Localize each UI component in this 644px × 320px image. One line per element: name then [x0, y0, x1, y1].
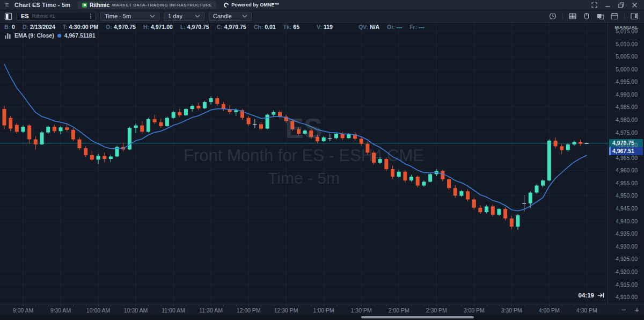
time-minor-tick — [499, 304, 500, 306]
time-tick-label: 2:30 PM — [419, 307, 453, 314]
range-dropdown[interactable]: 1 day — [164, 12, 204, 21]
time-minor-tick — [336, 304, 337, 306]
time-minor-tick — [424, 304, 425, 306]
time-minor-tick — [123, 304, 124, 306]
time-minor-tick — [549, 304, 550, 306]
time-minor-tick — [587, 304, 587, 306]
indicator-legend[interactable]: EMA (9: Close) 4,967.51181 — [4, 32, 96, 39]
price-tick-label: 4,965.00 — [616, 154, 638, 162]
time-tick-label: 9:00 AM — [6, 307, 40, 314]
time-minor-tick — [562, 304, 562, 306]
right-panel-icon[interactable] — [630, 12, 639, 20]
replay-icon[interactable] — [548, 12, 557, 20]
time-minor-tick — [186, 304, 186, 306]
time-tick-label: 1:30 PM — [344, 307, 378, 314]
go-to-latest-button[interactable]: 04:19 — [579, 292, 604, 299]
time-minor-tick — [361, 304, 362, 306]
interval-value: Time - 5m — [105, 13, 131, 19]
close-icon[interactable] — [632, 2, 638, 8]
time-tick-label: 4:00 PM — [532, 307, 566, 314]
calendar-icon[interactable] — [610, 12, 619, 20]
time-tick-label: 3:00 PM — [457, 307, 491, 314]
time-axis[interactable]: − + 9:00 AM9:30 AM10:00 AM10:30 AM11:00 … — [0, 304, 644, 315]
time-tick-label: 10:00 AM — [81, 307, 115, 314]
quote-field: T:4:30:00 PM — [63, 24, 99, 30]
interval-dropdown[interactable]: Time - 5m — [100, 12, 159, 21]
price-tick-label: 4,915.00 — [616, 281, 638, 288]
panel-toggle-icon[interactable] — [4, 12, 12, 20]
price-tick-label: 4,945.00 — [616, 205, 638, 212]
chart-canvas[interactable] — [0, 23, 608, 304]
zoom-out-button[interactable]: − — [620, 305, 628, 314]
quote-field: Oi:--- — [387, 24, 402, 30]
time-minor-tick — [374, 304, 375, 306]
window-controls — [591, 2, 641, 8]
window-title: Chart ES Time - 5m — [14, 2, 70, 8]
time-minor-tick — [111, 304, 111, 306]
quote-data-row: B:0D:2/13/2024T:4:30:00 PMO:4,970.75H:4,… — [4, 24, 432, 30]
fullscreen-icon[interactable] — [591, 2, 597, 8]
time-minor-tick — [487, 304, 487, 306]
omne-badge: Powered by OMNE™ — [224, 2, 279, 8]
time-minor-tick — [48, 304, 49, 306]
price-tick-label: 4,970.00 — [616, 141, 638, 149]
price-tick-label: 4,960.00 — [616, 166, 638, 174]
dom-ladder-icon[interactable] — [568, 12, 577, 20]
rithmic-brand-name: Rithmic — [90, 2, 109, 8]
price-axis[interactable]: MANUAL 4,970.75 4,967.51 5,015.005,010.0… — [608, 23, 644, 304]
price-tick-label: 4,980.00 — [616, 116, 638, 123]
minimize-icon[interactable] — [605, 2, 611, 8]
time-tick-label: 12:30 PM — [269, 307, 303, 314]
time-minor-tick — [274, 304, 274, 306]
price-tick-label: 5,010.00 — [616, 40, 638, 48]
quote-field: Ch:0.01 — [254, 24, 276, 30]
rithmic-badge: Rithmic Market Data-Trading Infrastructu… — [78, 1, 216, 9]
time-minor-tick — [61, 304, 61, 306]
range-value: 1 day — [168, 13, 182, 19]
time-zoom-controls: − + — [620, 305, 641, 314]
time-minor-tick — [98, 304, 99, 306]
price-tick-label: 4,920.00 — [616, 268, 638, 275]
mouse-icon[interactable] — [582, 12, 591, 20]
titlebar: ≡ Chart ES Time - 5m Rithmic Market Data… — [0, 0, 644, 10]
quote-field: C:4,970.75 — [217, 24, 246, 30]
app-window: ≡ Chart ES Time - 5m Rithmic Market Data… — [0, 0, 644, 320]
chevron-down-icon — [195, 14, 200, 18]
scrollbar-track[interactable] — [0, 315, 644, 320]
screenshots-icon[interactable] — [596, 12, 605, 20]
price-tick-label: 5,005.00 — [616, 53, 638, 60]
zoom-in-button[interactable]: + — [633, 305, 641, 314]
time-minor-tick — [248, 304, 249, 306]
price-tick-label: 4,930.00 — [616, 243, 638, 250]
price-tick-label: 4,910.00 — [616, 293, 638, 301]
chart-style-value: Candle — [213, 13, 232, 19]
time-minor-tick — [73, 304, 74, 306]
menu-icon[interactable]: ≡ — [3, 2, 10, 8]
toolbar-right-icons — [548, 12, 640, 20]
time-minor-tick — [436, 304, 437, 306]
bar-countdown-timer: 04:19 — [579, 292, 594, 299]
time-minor-tick — [236, 304, 237, 306]
ema-indicator-value: 4,967.51181 — [64, 32, 96, 39]
time-minor-tick — [211, 304, 211, 306]
symbol-input[interactable]: ES Rithmic #1 — [17, 12, 96, 21]
time-tick-label: 12:00 PM — [231, 307, 266, 314]
chart-toolbar: ES Rithmic #1 Time - 5m 1 day Candle — [0, 10, 644, 23]
chevron-down-icon — [150, 14, 155, 18]
ema-color-dot — [57, 34, 61, 38]
data-feed-label: Rithmic #1 — [32, 13, 88, 19]
scrollbar-thumb[interactable] — [361, 316, 474, 318]
chart-style-dropdown[interactable]: Candle — [209, 12, 252, 21]
chevron-down-icon — [242, 14, 247, 18]
symbol-options-kebab-icon[interactable] — [88, 13, 93, 19]
time-minor-tick — [136, 304, 136, 306]
price-tick-label: 5,015.00 — [616, 27, 638, 35]
time-minor-tick — [524, 304, 525, 306]
omne-logo-icon — [223, 2, 230, 9]
time-minor-tick — [148, 304, 149, 306]
time-tick-label: 1:00 PM — [306, 307, 341, 314]
time-minor-tick — [474, 304, 474, 306]
quote-field: O:4,970.75 — [106, 24, 136, 30]
restore-icon[interactable] — [618, 2, 624, 8]
price-tick-label: 4,990.00 — [616, 91, 638, 98]
